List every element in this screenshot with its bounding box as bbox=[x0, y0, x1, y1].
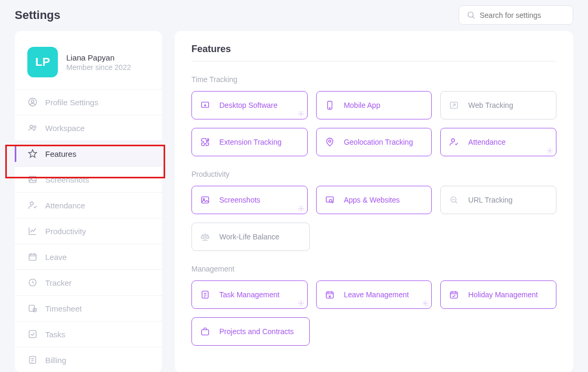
svg-point-33 bbox=[424, 303, 426, 304]
feature-card-desktop-software[interactable]: Desktop Software bbox=[191, 91, 308, 119]
image-icon bbox=[26, 174, 39, 185]
gear-icon bbox=[546, 147, 553, 154]
user-circle-icon bbox=[26, 97, 39, 107]
svg-rect-14 bbox=[29, 330, 36, 337]
sidebar-item-label: Tasks bbox=[45, 330, 65, 339]
svg-rect-12 bbox=[29, 305, 34, 311]
sidebar-item-label: Tracker bbox=[45, 278, 72, 287]
card-label: Apps & Websites bbox=[344, 196, 400, 204]
profile-block: LP Liana Papyan Member since 2022 bbox=[15, 42, 162, 89]
card-label: Work-Life Balance bbox=[219, 233, 279, 241]
svg-point-21 bbox=[329, 140, 331, 142]
svg-point-26 bbox=[300, 208, 302, 209]
checkbox-icon bbox=[26, 329, 39, 339]
svg-rect-7 bbox=[29, 176, 36, 183]
main-title: Features bbox=[191, 44, 556, 62]
feature-card-work-life-balance: Work-Life Balance bbox=[191, 223, 310, 251]
svg-marker-6 bbox=[29, 150, 37, 158]
location-icon bbox=[324, 136, 336, 148]
sidebar-item-label: Profile Settings bbox=[45, 98, 98, 107]
clock-icon bbox=[26, 277, 39, 288]
feature-card-apps-websites[interactable]: Apps & Websites bbox=[316, 186, 432, 214]
card-label: URL Tracking bbox=[468, 196, 512, 204]
sidebar-item-label: Timesheet bbox=[45, 304, 82, 313]
profile-name: Liana Papyan bbox=[66, 53, 131, 62]
sidebar-item-tracker[interactable]: Tracker bbox=[15, 269, 162, 295]
briefcase-icon bbox=[199, 326, 211, 337]
sidebar-item-tasks[interactable]: Tasks bbox=[15, 321, 162, 347]
svg-point-19 bbox=[329, 107, 330, 108]
sidebar-item-label: Leave bbox=[45, 253, 67, 262]
profile-since: Member since 2022 bbox=[66, 63, 131, 72]
sidebar-item-timesheet[interactable]: Timesheet bbox=[15, 295, 162, 321]
svg-point-28 bbox=[329, 199, 332, 202]
feature-card-geolocation-tracking[interactable]: Geolocation Tracking bbox=[316, 128, 432, 156]
sidebar-item-label: Billing bbox=[45, 356, 66, 365]
puzzle-icon bbox=[199, 136, 211, 148]
scales-icon bbox=[199, 231, 211, 243]
svg-point-17 bbox=[300, 113, 302, 115]
svg-rect-34 bbox=[451, 292, 458, 298]
feature-card-projects-contracts[interactable]: Projects and Contracts bbox=[191, 317, 310, 346]
sidebar-item-features[interactable]: Features bbox=[15, 140, 162, 166]
svg-point-31 bbox=[300, 303, 302, 304]
star-icon bbox=[26, 148, 39, 159]
desktop-download-icon bbox=[199, 99, 211, 111]
card-label: Task Management bbox=[219, 290, 279, 299]
sidebar-item-label: Screenshots bbox=[45, 175, 89, 184]
svg-line-1 bbox=[473, 17, 474, 18]
user-check-icon bbox=[448, 136, 460, 148]
feature-card-attendance[interactable]: Attendance bbox=[440, 128, 556, 156]
gear-icon bbox=[298, 300, 305, 307]
card-label: Geolocation Tracking bbox=[344, 138, 413, 146]
feature-card-web-tracking: Web Tracking bbox=[440, 91, 556, 119]
svg-rect-32 bbox=[326, 292, 333, 298]
search-box[interactable] bbox=[459, 5, 573, 25]
svg-point-22 bbox=[452, 139, 455, 142]
svg-point-9 bbox=[30, 202, 33, 205]
svg-point-5 bbox=[34, 126, 36, 128]
sidebar-item-billing[interactable]: Billing bbox=[15, 347, 162, 372]
sidebar-item-label: Productivity bbox=[45, 227, 86, 236]
sidebar-item-label: Attendance bbox=[45, 201, 85, 210]
url-search-icon bbox=[448, 194, 460, 206]
sidebar-item-profile-settings[interactable]: Profile Settings bbox=[15, 89, 162, 115]
gear-icon bbox=[298, 205, 305, 212]
svg-rect-35 bbox=[201, 330, 208, 335]
task-list-icon bbox=[199, 289, 211, 300]
sidebar-item-leave[interactable]: Leave bbox=[15, 244, 162, 269]
web-arrow-icon bbox=[448, 99, 460, 111]
feature-card-url-tracking: URL Tracking bbox=[440, 186, 556, 214]
sidebar: LP Liana Papyan Member since 2022 Profil… bbox=[15, 31, 162, 372]
calendar-x-icon bbox=[324, 289, 336, 300]
page-title: Settings bbox=[15, 8, 60, 22]
card-label: Attendance bbox=[468, 138, 505, 146]
section-label-time-tracking: Time Tracking bbox=[191, 75, 556, 84]
svg-point-3 bbox=[32, 100, 34, 103]
sidebar-item-screenshots[interactable]: Screenshots bbox=[15, 166, 162, 192]
section-label-productivity: Productivity bbox=[191, 170, 556, 178]
feature-card-leave-management[interactable]: Leave Management bbox=[316, 280, 432, 309]
svg-point-23 bbox=[549, 150, 551, 152]
mobile-icon bbox=[324, 99, 336, 111]
search-icon bbox=[467, 11, 480, 19]
users-icon bbox=[26, 123, 39, 133]
sidebar-item-productivity[interactable]: Productivity bbox=[15, 218, 162, 244]
feature-card-extension-tracking[interactable]: Extension Tracking bbox=[191, 128, 308, 156]
receipt-icon bbox=[26, 355, 39, 365]
sidebar-item-attendance[interactable]: Attendance bbox=[15, 192, 162, 218]
sidebar-item-label: Features bbox=[45, 149, 76, 158]
feature-card-screenshots[interactable]: Screenshots bbox=[191, 186, 308, 214]
card-label: Web Tracking bbox=[468, 101, 513, 109]
sidebar-item-workspace[interactable]: Workspace bbox=[15, 115, 162, 140]
card-label: Holiday Management bbox=[468, 290, 538, 299]
chart-line-icon bbox=[26, 226, 39, 236]
feature-card-mobile-app[interactable]: Mobile App bbox=[316, 91, 432, 119]
card-label: Mobile App bbox=[344, 101, 380, 109]
feature-card-task-management[interactable]: Task Management bbox=[191, 280, 308, 309]
apps-search-icon bbox=[324, 194, 336, 206]
image-icon bbox=[199, 194, 211, 206]
card-label: Extension Tracking bbox=[219, 138, 281, 146]
search-input[interactable] bbox=[480, 11, 565, 19]
feature-card-holiday-management[interactable]: Holiday Management bbox=[440, 280, 556, 309]
